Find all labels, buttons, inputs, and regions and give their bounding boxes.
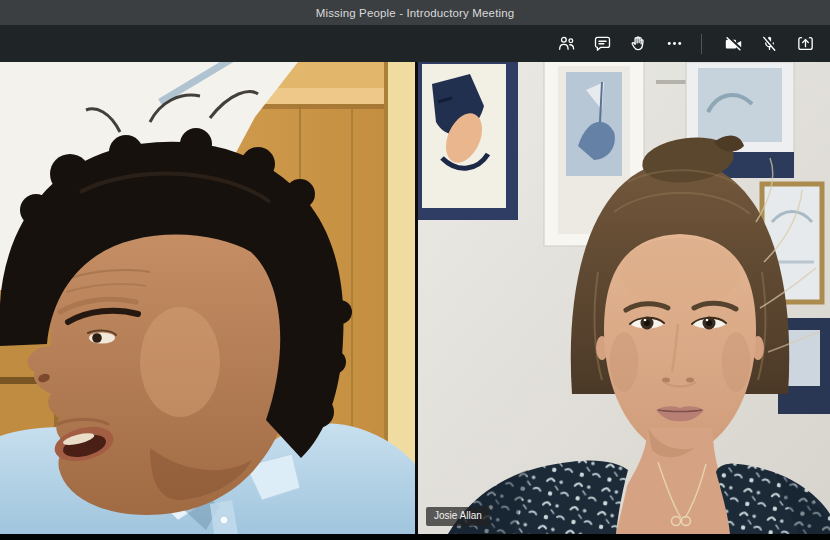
chat-button[interactable] bbox=[588, 29, 617, 58]
video-tile-left[interactable] bbox=[0, 62, 415, 534]
meeting-title: Missing People - Introductory Meeting bbox=[316, 7, 515, 19]
chat-bubble-icon bbox=[592, 33, 613, 54]
hand-icon bbox=[628, 33, 649, 54]
share-tray-icon bbox=[795, 33, 816, 54]
share-button[interactable] bbox=[791, 29, 820, 58]
meeting-titlebar: Missing People - Introductory Meeting bbox=[0, 0, 830, 25]
mic-toggle-button[interactable] bbox=[755, 29, 784, 58]
right-participant-video bbox=[418, 62, 830, 534]
ellipsis-icon bbox=[664, 33, 685, 54]
toolbar-divider bbox=[701, 34, 702, 54]
raise-hand-button[interactable] bbox=[624, 29, 653, 58]
participants-button[interactable] bbox=[552, 29, 581, 58]
meeting-toolbar bbox=[0, 25, 830, 62]
window-bottom-edge bbox=[0, 534, 830, 540]
left-participant-video bbox=[0, 62, 415, 534]
camera-off-icon bbox=[723, 33, 744, 54]
people-icon bbox=[556, 33, 577, 54]
participant-name-badge: Josie Allan bbox=[426, 507, 490, 526]
camera-toggle-button[interactable] bbox=[719, 29, 748, 58]
meeting-window: Missing People - Introductory Meeting bbox=[0, 0, 830, 540]
mic-muted-icon bbox=[759, 33, 780, 54]
more-options-button[interactable] bbox=[660, 29, 689, 58]
video-tile-right[interactable]: Josie Allan bbox=[418, 62, 830, 534]
video-stage: Josie Allan bbox=[0, 62, 830, 534]
